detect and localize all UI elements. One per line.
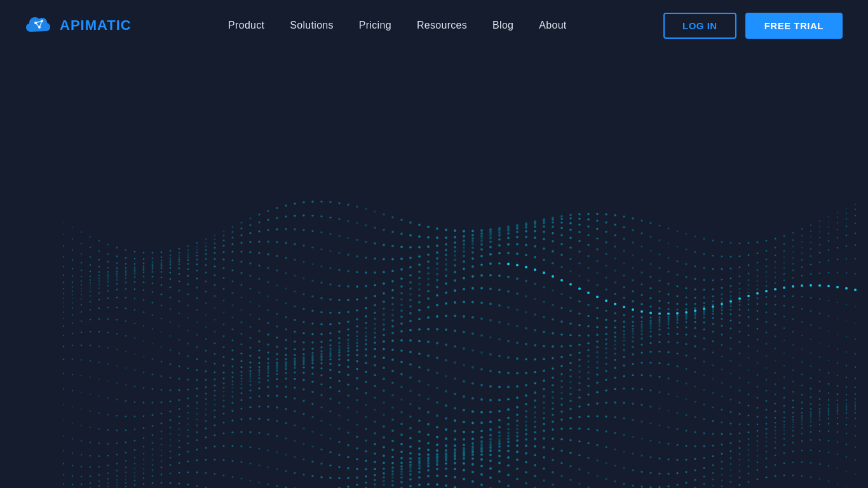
nav-item-pricing[interactable]: Pricing: [359, 20, 391, 31]
nav-link-solutions[interactable]: Solutions: [290, 20, 334, 30]
free-trial-button[interactable]: FREE TRIAL: [745, 13, 843, 39]
logo-text: APIMATIC: [60, 17, 132, 34]
nav-link-resources[interactable]: Resources: [417, 20, 467, 30]
nav-item-blog[interactable]: Blog: [492, 20, 513, 31]
nav-link-pricing[interactable]: Pricing: [359, 20, 391, 30]
login-button[interactable]: LOG IN: [663, 13, 736, 39]
navbar: APIMATIC Product Solutions Pricing Resou…: [0, 0, 868, 51]
nav-menu: Product Solutions Pricing Resources Blog…: [228, 20, 567, 31]
nav-link-product[interactable]: Product: [228, 20, 264, 30]
nav-item-resources[interactable]: Resources: [417, 20, 467, 31]
logo[interactable]: APIMATIC: [25, 14, 132, 37]
nav-item-about[interactable]: About: [539, 20, 566, 31]
nav-link-about[interactable]: About: [539, 20, 566, 30]
nav-item-product[interactable]: Product: [228, 20, 264, 31]
nav-actions: LOG IN FREE TRIAL: [663, 13, 843, 39]
wave-animation: [0, 0, 868, 488]
nav-link-blog[interactable]: Blog: [492, 20, 513, 30]
apimatic-logo-icon: [25, 14, 53, 37]
nav-item-solutions[interactable]: Solutions: [290, 20, 334, 31]
